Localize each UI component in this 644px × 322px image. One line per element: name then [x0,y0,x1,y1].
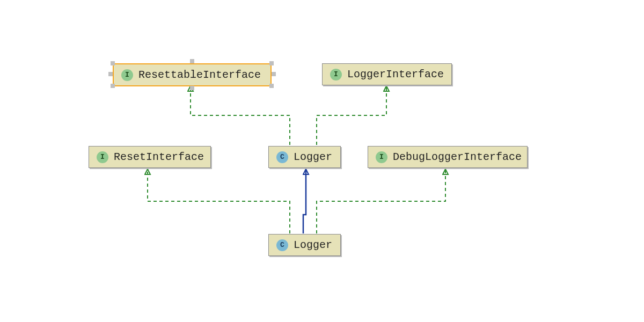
interface-icon: I [330,69,342,80]
node-logger-interface[interactable]: I LoggerInterface [322,63,452,85]
node-label: ResettableInterface [138,69,261,81]
selection-handle[interactable] [111,61,115,65]
node-label: Logger [294,151,332,163]
selection-handle[interactable] [108,72,113,76]
node-label: Logger [294,239,332,251]
interface-icon: I [121,69,133,81]
selection-handle[interactable] [269,84,274,88]
node-debug-logger-interface[interactable]: I DebugLoggerInterface [368,146,528,168]
node-label: DebugLoggerInterface [393,151,522,163]
node-resettable-interface[interactable]: I ResettableInterface [113,63,272,86]
node-logger-class-2[interactable]: C Logger [268,234,341,256]
selection-handle[interactable] [190,59,194,63]
node-label: ResetInterface [114,151,204,163]
interface-icon: I [376,151,387,163]
node-label: LoggerInterface [347,68,444,80]
selection-handle[interactable] [272,72,276,76]
class-icon: C [276,151,288,163]
interface-icon: I [97,151,108,163]
selection-handle[interactable] [190,86,194,90]
node-reset-interface[interactable]: I ResetInterface [89,146,211,168]
class-icon: C [276,239,288,251]
selection-handle[interactable] [269,61,274,65]
node-logger-class[interactable]: C Logger [268,146,341,168]
selection-handle[interactable] [111,84,115,88]
uml-canvas[interactable]: I ResettableInterface I LoggerInterface … [0,0,644,322]
